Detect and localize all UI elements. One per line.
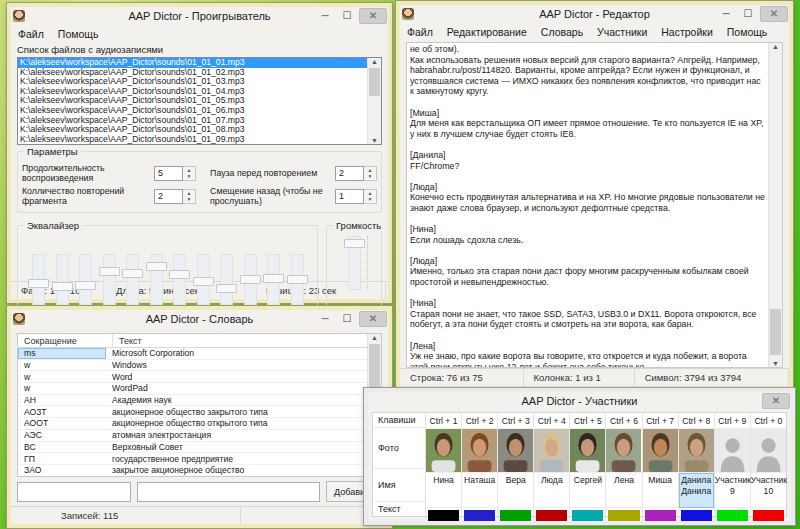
param-pause-value[interactable]: 2: [335, 166, 364, 181]
participant-hotkey[interactable]: Ctrl + 9: [715, 413, 750, 429]
spin-down-icon[interactable]: ▼: [364, 196, 376, 203]
equalizer-slider[interactable]: [287, 254, 307, 308]
participant-photo[interactable]: [606, 429, 641, 473]
participant-color-swatch[interactable]: [572, 510, 603, 521]
equalizer-slider[interactable]: [122, 254, 142, 308]
participant-color-cell[interactable]: [498, 508, 533, 523]
participant-color-cell[interactable]: [715, 508, 750, 523]
participant-hotkey[interactable]: Ctrl + 4: [534, 413, 569, 429]
participant-photo[interactable]: [679, 429, 714, 473]
column-header-abbreviation[interactable]: Сокращение: [18, 334, 113, 347]
audio-file-list[interactable]: K:\alekseev\workspace\AAP_Dictor\sounds\…: [17, 57, 382, 145]
slider-thumb[interactable]: [75, 281, 96, 290]
editor-titlebar[interactable]: AAP Dictor - Редактор ─ ☐ ✕: [400, 5, 789, 23]
close-icon[interactable]: ✕: [760, 6, 788, 22]
close-icon[interactable]: ✕: [359, 311, 387, 327]
volume-slider[interactable]: [344, 236, 364, 290]
equalizer-slider[interactable]: [216, 254, 236, 308]
editor-textarea[interactable]: не об этом). Как использовать решения но…: [406, 42, 783, 368]
participant-hotkey[interactable]: Ctrl + 3: [498, 413, 533, 429]
participant-name[interactable]: ДанилаДанила: [679, 473, 714, 508]
cell-abbreviation[interactable]: ГП: [18, 453, 106, 464]
table-row[interactable]: АОЗТакционерное общество закрытого типа: [18, 406, 368, 418]
table-row[interactable]: wWordPad: [18, 383, 368, 395]
participant-name[interactable]: Люда: [534, 473, 569, 508]
participant-hotkey[interactable]: Ctrl + 2: [462, 413, 497, 429]
slider-thumb[interactable]: [344, 239, 365, 248]
player-menu-help[interactable]: Помощь: [58, 28, 99, 40]
maximize-icon[interactable]: ☐: [738, 7, 758, 21]
spin-down-icon[interactable]: ▼: [364, 173, 376, 180]
participant-color-swatch[interactable]: [500, 510, 531, 521]
close-icon[interactable]: ✕: [762, 393, 790, 409]
slider-track[interactable]: [220, 254, 233, 308]
cell-abbreviation[interactable]: w: [18, 383, 106, 394]
spin-down-icon[interactable]: ▼: [183, 196, 195, 203]
table-row[interactable]: msMicrosoft Corporation: [18, 348, 368, 360]
participant-photo[interactable]: [643, 429, 678, 473]
participant-hotkey[interactable]: Ctrl + 7: [643, 413, 678, 429]
participant-name[interactable]: Наташа: [462, 473, 497, 508]
cell-text[interactable]: государственное предприятие: [106, 454, 368, 464]
equalizer-slider[interactable]: [240, 254, 260, 308]
slider-thumb[interactable]: [146, 262, 167, 271]
participant-hotkey[interactable]: Ctrl + 8: [679, 413, 714, 429]
participant-name[interactable]: Вера: [498, 473, 533, 508]
close-icon[interactable]: ✕: [359, 8, 387, 24]
editor-menu-file[interactable]: Файл: [407, 26, 433, 38]
editor-scrollbar[interactable]: ▲ ▼: [768, 43, 782, 367]
cell-text[interactable]: Microsoft Corporation: [106, 348, 368, 358]
param-offset-value[interactable]: 1: [335, 189, 364, 204]
player-titlebar[interactable]: AAP Dictor - Проигрыватель ─ ☐ ✕: [11, 7, 388, 25]
slider-thumb[interactable]: [216, 284, 237, 293]
cell-text[interactable]: Академия наук: [106, 395, 368, 405]
slider-thumb[interactable]: [193, 277, 214, 286]
participant-color-cell[interactable]: [679, 508, 714, 523]
cell-text[interactable]: WordPad: [106, 383, 368, 393]
scroll-down-icon[interactable]: ▼: [772, 360, 779, 367]
equalizer-slider[interactable]: [263, 254, 283, 308]
scrollbar-thumb[interactable]: [770, 309, 781, 355]
participant-color-swatch[interactable]: [608, 510, 639, 521]
maximize-icon[interactable]: ☐: [337, 9, 357, 23]
cell-abbreviation[interactable]: АООТ: [18, 418, 106, 429]
slider-thumb[interactable]: [122, 269, 143, 278]
participant-color-swatch[interactable]: [464, 510, 495, 521]
abbreviation-input[interactable]: [17, 482, 131, 502]
equalizer-slider[interactable]: [146, 254, 166, 308]
editor-text[interactable]: не об этом). Как использовать решения но…: [410, 44, 766, 367]
slider-track[interactable]: [56, 254, 69, 308]
participant-hotkey[interactable]: Ctrl + 0: [751, 413, 786, 429]
cell-abbreviation[interactable]: АОЗТ: [18, 406, 106, 417]
column-header-text[interactable]: Текст: [113, 336, 368, 346]
participant-photo[interactable]: [534, 429, 569, 473]
participant-color-swatch[interactable]: [753, 510, 784, 521]
participant-hotkey[interactable]: Ctrl + 1: [426, 413, 461, 429]
cell-text[interactable]: Windows: [106, 360, 368, 370]
scroll-up-icon[interactable]: ▲: [371, 58, 378, 65]
param-offset-stepper[interactable]: 1 ▲▼: [335, 189, 377, 204]
dictionary-titlebar[interactable]: AAP Dictor - Словарь ─ ☐ ✕: [11, 310, 388, 328]
participant-photo[interactable]: [570, 429, 605, 473]
slider-track[interactable]: [173, 254, 186, 308]
participant-color-cell[interactable]: [462, 508, 497, 523]
cell-abbreviation[interactable]: АЭС: [18, 430, 106, 441]
equalizer-slider[interactable]: [99, 254, 119, 308]
cell-text[interactable]: акционерное общество закрытого типа: [106, 407, 368, 417]
slider-thumb[interactable]: [240, 275, 261, 284]
spin-down-icon[interactable]: ▼: [183, 173, 195, 180]
participant-color-cell[interactable]: [534, 508, 569, 523]
participant-name[interactable]: Участник 10: [751, 473, 786, 508]
participants-titlebar[interactable]: AAP Dictor - Участники ✕: [368, 392, 791, 410]
participant-photo[interactable]: [498, 429, 533, 473]
participant-color-swatch[interactable]: [428, 510, 459, 521]
participant-color-cell[interactable]: [570, 508, 605, 523]
minimize-icon[interactable]: ─: [315, 9, 335, 23]
participant-name-edit[interactable]: Данила: [679, 486, 714, 497]
param-duration-value[interactable]: 5: [154, 166, 183, 181]
param-repeats-value[interactable]: 2: [154, 189, 183, 204]
participant-name[interactable]: Участник 9: [715, 473, 750, 508]
cell-abbreviation[interactable]: ms: [18, 348, 106, 359]
participant-color-swatch[interactable]: [645, 510, 676, 521]
minimize-icon[interactable]: ─: [716, 7, 736, 21]
